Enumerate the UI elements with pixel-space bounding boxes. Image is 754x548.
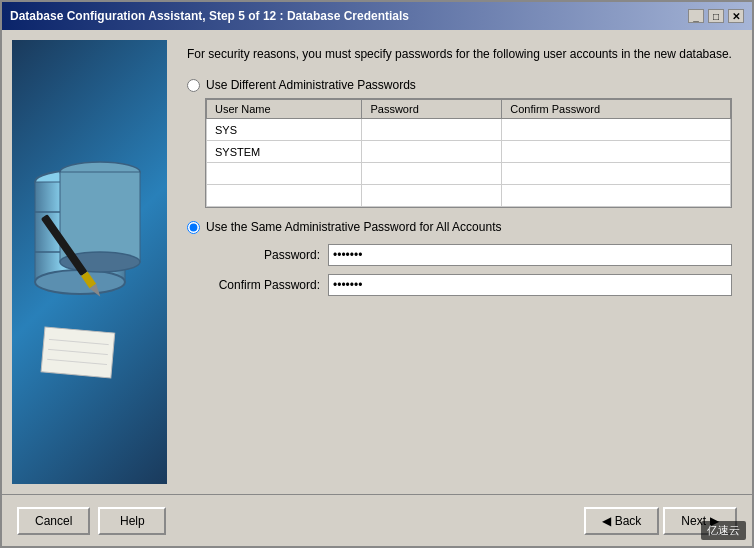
system-confirm[interactable] — [502, 141, 731, 163]
svg-rect-11 — [41, 327, 115, 378]
col-password: Password — [362, 100, 502, 119]
radio-group: Use Different Administrative Passwords U… — [187, 78, 732, 296]
footer-left: Cancel Help — [17, 507, 166, 535]
back-label: Back — [615, 514, 642, 528]
password-input[interactable] — [328, 244, 732, 266]
content-area: For security reasons, you must specify p… — [2, 30, 752, 494]
table-row-empty1 — [207, 163, 731, 185]
table-header: User Name Password Confirm Password — [207, 100, 731, 119]
sys-password[interactable] — [362, 119, 502, 141]
different-passwords-option: Use Different Administrative Passwords U… — [187, 78, 732, 208]
watermark: 亿速云 — [701, 521, 746, 540]
confirm-field-row: Confirm Password: — [205, 274, 732, 296]
db-illustration — [25, 77, 155, 447]
same-password-radio[interactable] — [187, 221, 200, 234]
table-header-row: User Name Password Confirm Password — [207, 100, 731, 119]
help-button[interactable]: Help — [98, 507, 166, 535]
system-password[interactable] — [362, 141, 502, 163]
barrel-svg — [25, 122, 155, 402]
maximize-button[interactable]: □ — [708, 9, 724, 23]
user-credentials-table: User Name Password Confirm Password SYS — [206, 99, 731, 207]
different-passwords-radio[interactable] — [187, 79, 200, 92]
back-button[interactable]: ◀ Back — [584, 507, 660, 535]
right-panel: For security reasons, you must specify p… — [167, 30, 752, 494]
footer: Cancel Help ◀ Back Next ▶ — [2, 494, 752, 546]
window-title: Database Configuration Assistant, Step 5… — [10, 9, 409, 23]
password-label: Password: — [205, 248, 320, 262]
system-username: SYSTEM — [207, 141, 362, 163]
same-password-section: Password: Confirm Password: — [205, 244, 732, 296]
same-password-radio-row: Use the Same Administrative Password for… — [187, 220, 732, 234]
illustration-background — [12, 40, 167, 484]
col-confirm: Confirm Password — [502, 100, 731, 119]
sys-confirm[interactable] — [502, 119, 731, 141]
close-button[interactable]: ✕ — [728, 9, 744, 23]
different-passwords-label: Use Different Administrative Passwords — [206, 78, 416, 92]
svg-rect-6 — [60, 172, 140, 262]
col-username: User Name — [207, 100, 362, 119]
cancel-button[interactable]: Cancel — [17, 507, 90, 535]
table-body: SYS SYSTEM — [207, 119, 731, 207]
back-arrow-icon: ◀ — [602, 514, 611, 528]
minimize-button[interactable]: _ — [688, 9, 704, 23]
title-bar: Database Configuration Assistant, Step 5… — [2, 2, 752, 30]
password-field-row: Password: — [205, 244, 732, 266]
main-window: Database Configuration Assistant, Step 5… — [0, 0, 754, 548]
same-password-label: Use the Same Administrative Password for… — [206, 220, 501, 234]
different-passwords-radio-row: Use Different Administrative Passwords — [187, 78, 732, 92]
title-bar-buttons: _ □ ✕ — [688, 9, 744, 23]
user-credentials-table-container: User Name Password Confirm Password SYS — [205, 98, 732, 208]
illustration-panel — [12, 40, 167, 484]
sys-username: SYS — [207, 119, 362, 141]
same-password-option: Use the Same Administrative Password for… — [187, 220, 732, 296]
intro-text: For security reasons, you must specify p… — [187, 45, 732, 63]
table-row-empty2 — [207, 185, 731, 207]
table-row: SYSTEM — [207, 141, 731, 163]
table-row: SYS — [207, 119, 731, 141]
confirm-label: Confirm Password: — [205, 278, 320, 292]
confirm-input[interactable] — [328, 274, 732, 296]
